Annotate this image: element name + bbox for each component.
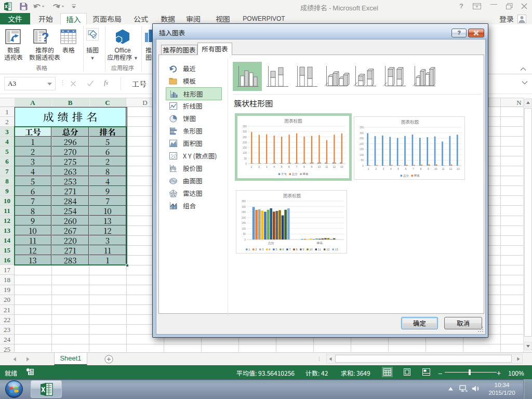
- svg-text:图表标题: 图表标题: [401, 118, 419, 125]
- svg-text:3: 3: [262, 247, 263, 251]
- svg-text:100: 100: [243, 152, 247, 154]
- svg-text:11: 11: [318, 247, 321, 251]
- svg-text:6: 6: [405, 167, 407, 170]
- svg-text:200: 200: [242, 216, 246, 219]
- svg-text:排名: 排名: [414, 174, 420, 178]
- svg-text:150: 150: [242, 222, 246, 224]
- svg-text:300: 300: [360, 131, 364, 134]
- svg-text:9: 9: [428, 167, 429, 170]
- svg-text:总分: 总分: [268, 241, 274, 245]
- svg-text:2: 2: [258, 165, 260, 168]
- svg-text:7: 7: [289, 247, 290, 251]
- svg-text:50: 50: [243, 233, 246, 235]
- svg-text:7: 7: [413, 167, 414, 170]
- svg-text:0: 0: [362, 165, 364, 167]
- svg-text:6: 6: [282, 247, 284, 251]
- svg-text:50: 50: [244, 157, 247, 159]
- svg-text:?: ?: [42, 30, 49, 44]
- svg-text:50: 50: [361, 159, 364, 162]
- svg-text:350: 350: [243, 125, 247, 128]
- svg-text:11: 11: [325, 165, 328, 168]
- svg-text:5: 5: [281, 165, 283, 168]
- svg-text:13: 13: [457, 167, 460, 170]
- svg-text:200: 200: [360, 142, 364, 145]
- svg-text:排名: 排名: [303, 172, 309, 176]
- svg-text:250: 250: [242, 211, 246, 214]
- svg-text:7: 7: [296, 165, 298, 168]
- svg-text:350: 350: [242, 200, 246, 203]
- svg-text:4: 4: [273, 165, 275, 168]
- svg-text:1: 1: [368, 167, 369, 170]
- svg-text:2: 2: [375, 167, 377, 170]
- svg-text:0: 0: [244, 238, 246, 241]
- svg-text:8: 8: [420, 167, 422, 170]
- svg-text:1: 1: [251, 165, 252, 168]
- svg-text:12: 12: [333, 165, 336, 168]
- svg-text:3: 3: [266, 165, 268, 168]
- svg-text:2: 2: [255, 247, 257, 251]
- svg-text:250: 250: [360, 137, 364, 140]
- svg-text:11: 11: [442, 167, 444, 170]
- svg-text:8: 8: [296, 247, 297, 251]
- svg-text:0: 0: [245, 163, 247, 165]
- svg-text:4: 4: [390, 167, 392, 170]
- svg-text:工号: 工号: [281, 172, 287, 176]
- svg-text:10: 10: [309, 247, 312, 251]
- svg-text:12: 12: [326, 247, 329, 251]
- svg-text:3: 3: [383, 167, 384, 170]
- svg-text:150: 150: [243, 147, 247, 149]
- svg-text:250: 250: [243, 136, 247, 138]
- svg-text:350: 350: [360, 126, 364, 129]
- svg-text:图表标题: 图表标题: [283, 192, 301, 198]
- svg-text:10: 10: [434, 167, 437, 170]
- svg-text:300: 300: [242, 205, 246, 208]
- svg-text:8: 8: [303, 165, 305, 168]
- svg-text:100: 100: [360, 153, 364, 156]
- svg-text:9: 9: [302, 247, 304, 251]
- svg-text:13: 13: [335, 247, 338, 251]
- svg-text:13: 13: [340, 165, 343, 168]
- svg-text:5: 5: [275, 247, 277, 251]
- svg-text:5: 5: [397, 167, 399, 170]
- svg-text:总分: 总分: [291, 172, 298, 176]
- svg-text:总分: 总分: [403, 174, 409, 178]
- svg-text:150: 150: [360, 148, 364, 151]
- svg-text:1: 1: [248, 247, 250, 251]
- svg-text:图表标题: 图表标题: [284, 117, 302, 124]
- svg-text:6: 6: [288, 165, 290, 168]
- svg-text:10: 10: [318, 165, 321, 168]
- svg-text:200: 200: [243, 141, 247, 143]
- svg-text:排名: 排名: [316, 241, 323, 245]
- svg-text:4: 4: [269, 247, 270, 251]
- svg-text:300: 300: [243, 130, 247, 133]
- svg-text:100: 100: [242, 227, 246, 230]
- svg-text:9: 9: [311, 165, 313, 168]
- svg-text:12: 12: [449, 167, 453, 170]
